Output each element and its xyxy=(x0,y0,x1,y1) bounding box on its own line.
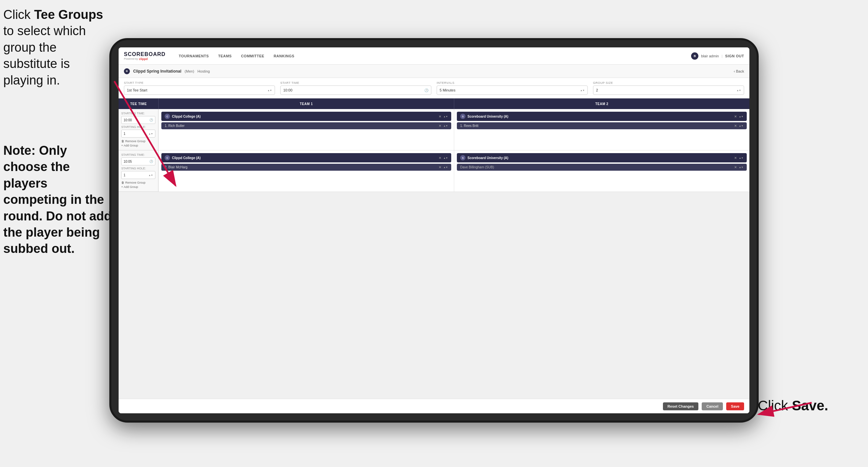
starting-time-label-1: STARTING TIME: xyxy=(121,112,155,115)
save-button[interactable]: Save xyxy=(726,402,744,410)
nav-committee[interactable]: COMMITTEE xyxy=(241,53,265,59)
sub-gender: (Men) xyxy=(185,69,194,73)
bottom-bar: Reset Changes Cancel Save xyxy=(119,399,749,413)
user-name: blair admin xyxy=(701,54,719,58)
team1-card-2: C Clippd College (A) ✕ ▲▼ xyxy=(161,153,451,163)
player2-remove-2[interactable]: ✕ xyxy=(734,166,737,169)
instruction-line2: to select which group the substitute is … xyxy=(3,24,86,87)
team1-name-1: Clippd College (A) xyxy=(172,115,201,118)
logo-scoreboard: SCOREBOARD xyxy=(124,51,166,57)
player2-card-2: Dave Billingham (SUB) ✕ ▲▼ xyxy=(457,164,747,171)
player1-sort-1[interactable]: ▲▼ xyxy=(443,125,448,127)
sub-title: Clippd Spring Invitational xyxy=(133,69,181,74)
remove-group-btn-2[interactable]: 🗑Remove Group xyxy=(121,181,155,184)
tablet-screen: SCOREBOARD Powered by clippd TOURNAMENTS… xyxy=(119,48,749,413)
nav-user-area: B blair admin | Sign out xyxy=(691,52,744,60)
sign-out-link[interactable]: Sign out xyxy=(725,53,744,59)
team2-card-1: S Scoreboard University (A) ✕ ▲▼ xyxy=(457,112,747,121)
group-2: STARTING TIME: 10:05 🕐 STARTING HOLE: 1 … xyxy=(119,150,158,192)
team2-sort-1[interactable]: ▲▼ xyxy=(739,115,743,118)
nav-tournaments[interactable]: TOURNAMENTS xyxy=(179,53,209,59)
team1-remove-2[interactable]: ✕ xyxy=(439,156,441,160)
player2-sort-1[interactable]: ▲▼ xyxy=(739,125,743,127)
player1-sort-2[interactable]: ▲▼ xyxy=(443,166,448,168)
team1-remove-1[interactable]: ✕ xyxy=(439,115,441,118)
logo-area: SCOREBOARD Powered by clippd xyxy=(124,51,166,61)
team2-name-2: Scoreboard University (A) xyxy=(467,156,508,160)
player2-sort-2[interactable]: ▲▼ xyxy=(739,166,743,168)
instruction-text: Click Tee Groups to select which group t… xyxy=(3,7,109,88)
team2-col-2: S Scoreboard University (A) ✕ ▲▼ Dave Bi… xyxy=(454,150,749,192)
team1-sort-1[interactable]: ▲▼ xyxy=(443,115,448,118)
start-type-input[interactable]: 1st Tee Start ▲▼ xyxy=(124,86,275,95)
start-time-label: Start Time xyxy=(280,81,431,85)
tee-row-2: STARTING TIME: 10:05 🕐 STARTING HOLE: 1 … xyxy=(119,150,749,192)
remove-group-btn-1[interactable]: 🗑Remove Group xyxy=(121,140,155,143)
team2-sort-2[interactable]: ▲▼ xyxy=(739,157,743,159)
start-type-arrows: ▲▼ xyxy=(267,89,272,91)
team2-remove-2[interactable]: ✕ xyxy=(734,156,737,160)
group-time-input-1[interactable]: 10:00 🕐 xyxy=(121,116,155,124)
add-group-btn-1[interactable]: + Add Group xyxy=(121,144,155,147)
intervals-group: Intervals 5 Minutes ▲▼ xyxy=(437,81,588,95)
player2-name-1: 1. Rees Britt xyxy=(460,124,478,127)
starting-hole-label-2: STARTING HOLE: xyxy=(121,167,155,170)
player1-card-1: 1. Rich Butler ✕ ▲▼ xyxy=(161,122,451,129)
content-area: STARTING TIME: 10:00 🕐 STARTING HOLE: 1 … xyxy=(119,109,749,399)
team2-avatar-2: S xyxy=(460,155,465,160)
settings-row: Start Type 1st Tee Start ▲▼ Start Time 1… xyxy=(119,78,749,98)
intervals-input[interactable]: 5 Minutes ▲▼ xyxy=(437,86,588,95)
player1-remove-2[interactable]: ✕ xyxy=(439,166,441,169)
group-hole-input-1[interactable]: 1 ▲▼ xyxy=(121,129,155,138)
group-size-group: Group Size 2 ▲▼ xyxy=(593,81,744,95)
team1-col-1: C Clippd College (A) ✕ ▲▼ 1. Rich Butler xyxy=(158,109,454,150)
logo-powered: Powered by clippd xyxy=(124,57,166,61)
avatar: B xyxy=(691,52,699,60)
player2-sub-name-2: Dave Billingham (SUB) xyxy=(460,166,494,169)
group-1-actions: 🗑Remove Group + Add Group xyxy=(121,140,155,147)
group-2-actions: 🗑Remove Group + Add Group xyxy=(121,181,155,188)
nav-teams[interactable]: TEAMS xyxy=(218,53,231,59)
group-size-input[interactable]: 2 ▲▼ xyxy=(593,86,744,95)
intervals-arrows: ▲▼ xyxy=(580,89,585,91)
starting-hole-label-1: STARTING HOLE: xyxy=(121,125,155,128)
add-group-btn-2[interactable]: + Add Group xyxy=(121,185,155,188)
starting-time-label-2: STARTING TIME: xyxy=(121,153,155,156)
back-button[interactable]: ‹ Back xyxy=(734,69,744,73)
team1-card-1: C Clippd College (A) ✕ ▲▼ xyxy=(161,112,451,121)
reset-changes-button[interactable]: Reset Changes xyxy=(663,402,699,410)
team1-avatar-2: C xyxy=(165,155,170,160)
sub-hosting: Hosting xyxy=(197,69,210,73)
team2-remove-1[interactable]: ✕ xyxy=(734,115,737,118)
player1-name-1: 1. Rich Butler xyxy=(165,124,185,127)
team1-avatar-1: C xyxy=(165,114,170,119)
team2-name-1: Scoreboard University (A) xyxy=(467,115,508,118)
player2-card-1: 1. Rees Britt ✕ ▲▼ xyxy=(457,122,747,129)
nav-rankings[interactable]: RANKINGS xyxy=(274,53,294,59)
group-size-arrows: ▲▼ xyxy=(737,89,741,91)
player2-remove-1[interactable]: ✕ xyxy=(734,124,737,127)
team1-sort-2[interactable]: ▲▼ xyxy=(443,157,448,159)
cancel-button[interactable]: Cancel xyxy=(702,402,723,410)
start-time-input[interactable]: 10:00 🕐 xyxy=(280,86,431,95)
th-tee-time: Tee Time xyxy=(119,98,158,109)
start-time-group: Start Time 10:00 🕐 xyxy=(280,81,431,95)
table-header: Tee Time Team 1 Team 2 xyxy=(119,98,749,109)
group-size-label: Group Size xyxy=(593,81,744,85)
intervals-label: Intervals xyxy=(437,81,588,85)
instruction-line1: Click xyxy=(3,8,34,22)
team1-name-2: Clippd College (A) xyxy=(172,156,201,160)
th-team2: Team 2 xyxy=(454,98,749,109)
start-type-group: Start Type 1st Tee Start ▲▼ xyxy=(124,81,275,95)
group-sidebar-1: STARTING TIME: 10:00 🕐 STARTING HOLE: 1 … xyxy=(119,109,158,150)
start-type-label: Start Type xyxy=(124,81,275,85)
player1-remove-1[interactable]: ✕ xyxy=(439,124,441,127)
note-text: Note: Only choose the players competing … xyxy=(3,143,113,257)
group-hole-input-2[interactable]: 1 ▲▼ xyxy=(121,171,155,179)
sub-logo: B xyxy=(124,68,130,74)
click-save-label: Click Save. xyxy=(758,398,828,414)
group-time-input-2[interactable]: 10:05 🕐 xyxy=(121,157,155,166)
group-sidebar-2: STARTING TIME: 10:05 🕐 STARTING HOLE: 1 … xyxy=(119,150,158,192)
group-1: STARTING TIME: 10:00 🕐 STARTING HOLE: 1 … xyxy=(119,109,158,150)
tablet-frame: SCOREBOARD Powered by clippd TOURNAMENTS… xyxy=(109,38,759,422)
